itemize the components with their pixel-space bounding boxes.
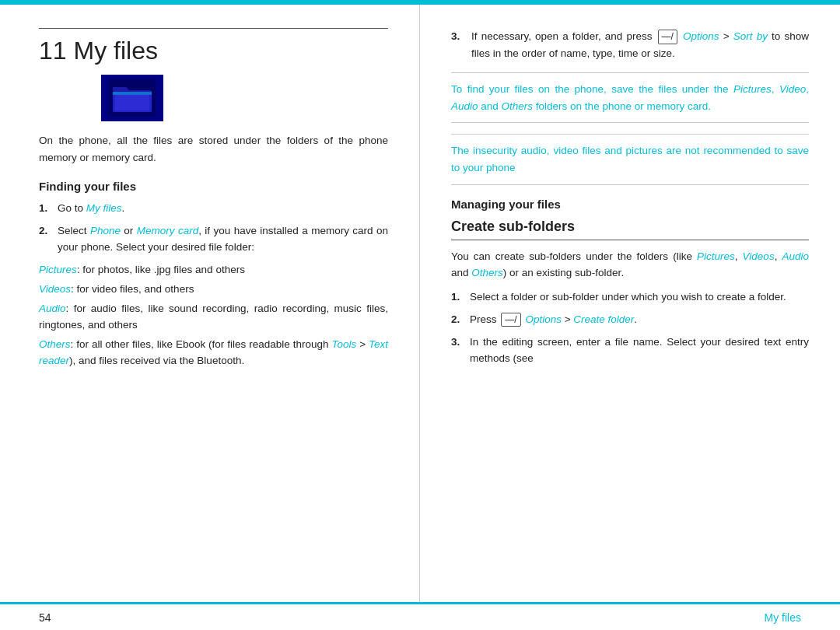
warning-block: The insecurity audio, video files and pi… bbox=[451, 134, 809, 184]
step-2-content: Select Phone or Memory card, if you have… bbox=[58, 223, 388, 256]
sub-item-others: Others: for all other files, like Ebook … bbox=[39, 337, 388, 369]
sub-item-pictures: Pictures: for photos, like .jpg files an… bbox=[39, 262, 388, 278]
step-2: 2. Select Phone or Memory card, if you h… bbox=[39, 223, 388, 256]
step-3: 3. If necessary, open a folder, and pres… bbox=[451, 28, 809, 61]
bottom-bar: 54 My files bbox=[0, 602, 840, 630]
others-link3[interactable]: Others bbox=[471, 267, 503, 278]
create-options-key: —/ bbox=[501, 313, 520, 327]
svg-rect-4 bbox=[115, 95, 149, 110]
sub-item-videos: Videos: for video files, and others bbox=[39, 282, 388, 298]
create-step-2-num: 2. bbox=[451, 312, 467, 328]
pictures-link2[interactable]: Pictures bbox=[733, 83, 772, 95]
create-folder-link[interactable]: Create folder bbox=[573, 313, 634, 325]
sub-item-audio: Audio: for audio files, like sound recor… bbox=[39, 301, 388, 334]
audio-link[interactable]: Audio bbox=[39, 303, 66, 314]
managing-heading: Managing your files bbox=[451, 198, 809, 211]
create-step-2: 2. Press —/ Options > Create folder. bbox=[451, 312, 809, 328]
cyan-info-text-1: To find your files on the phone, save th… bbox=[451, 81, 809, 114]
finding-heading: Finding your files bbox=[39, 180, 388, 193]
options-key: —/ bbox=[658, 30, 677, 44]
videos-link[interactable]: Videos bbox=[39, 283, 71, 295]
create-step-1: 1. Select a folder or sub-folder under w… bbox=[451, 289, 809, 306]
steps-list: 1. Go to My files. 2. Select Phone or Me… bbox=[39, 201, 388, 256]
step-3-num: 3. bbox=[451, 28, 468, 61]
folder-icon-wrap bbox=[101, 75, 388, 121]
intro-text: On the phone, all the files are stored u… bbox=[39, 132, 388, 166]
create-step-3: 3. In the editing screen, enter a file n… bbox=[451, 334, 809, 367]
video-link[interactable]: Video bbox=[779, 83, 806, 95]
tools-link[interactable]: Tools bbox=[331, 338, 356, 350]
memory-card-link[interactable]: Memory card bbox=[137, 225, 198, 236]
left-column: 11 My files bbox=[0, 5, 420, 602]
pictures-link3[interactable]: Pictures bbox=[697, 250, 735, 262]
create-heading: Create sub-folders bbox=[451, 219, 809, 240]
right-column: 3. If necessary, open a folder, and pres… bbox=[420, 5, 840, 602]
bottom-my-files: My files bbox=[765, 611, 801, 624]
create-step-1-content: Select a folder or sub-folder under whic… bbox=[470, 289, 809, 306]
phone-link[interactable]: Phone bbox=[90, 225, 121, 236]
page-number: 54 bbox=[39, 611, 51, 624]
audio-link2[interactable]: Audio bbox=[451, 100, 478, 112]
my-files-link[interactable]: My files bbox=[86, 202, 122, 214]
warning-text: The insecurity audio, video files and pi… bbox=[451, 142, 809, 176]
create-steps-list: 1. Select a folder or sub-folder under w… bbox=[451, 289, 809, 367]
options-link[interactable]: Options bbox=[683, 30, 719, 42]
create-step-3-content: In the editing screen, enter a file name… bbox=[470, 334, 809, 367]
audio-link3[interactable]: Audio bbox=[782, 250, 809, 262]
others-link2[interactable]: Others bbox=[502, 100, 534, 112]
step-3-content: If necessary, open a folder, and press —… bbox=[471, 28, 809, 61]
others-link[interactable]: Others bbox=[39, 338, 71, 350]
create-step-3-num: 3. bbox=[451, 334, 467, 367]
step-2-num: 2. bbox=[39, 223, 54, 256]
folder-icon bbox=[109, 79, 156, 117]
page: 11 My files bbox=[0, 0, 840, 630]
step-1: 1. Go to My files. bbox=[39, 201, 388, 217]
step-1-num: 1. bbox=[39, 201, 54, 217]
create-intro: You can create sub-folders under the fol… bbox=[451, 248, 809, 282]
sort-by-link[interactable]: Sort by bbox=[733, 30, 768, 42]
top-divider bbox=[39, 28, 388, 29]
sub-items: Pictures: for photos, like .jpg files an… bbox=[39, 262, 388, 369]
svg-rect-3 bbox=[113, 92, 152, 95]
content-area: 11 My files bbox=[0, 5, 840, 602]
create-step-1-num: 1. bbox=[451, 289, 467, 306]
chapter-title: 11 My files bbox=[39, 37, 388, 65]
folder-icon-box bbox=[101, 75, 163, 121]
create-step-2-content: Press —/ Options > Create folder. bbox=[470, 312, 809, 328]
videos-link2[interactable]: Videos bbox=[743, 250, 775, 262]
cyan-info-block-1: To find your files on the phone, save th… bbox=[451, 72, 809, 123]
step-1-content: Go to My files. bbox=[58, 201, 388, 217]
pictures-link[interactable]: Pictures bbox=[39, 264, 77, 275]
options-link2[interactable]: Options bbox=[525, 313, 562, 325]
